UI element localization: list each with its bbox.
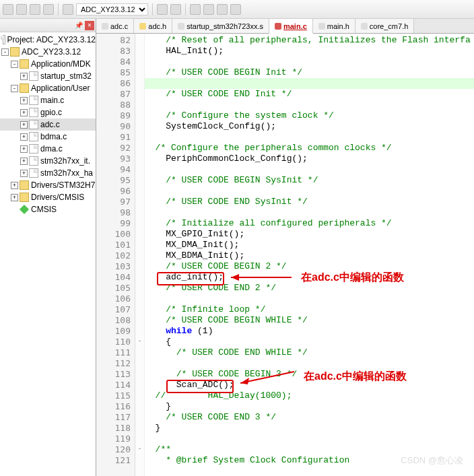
fold-marker[interactable] xyxy=(135,46,144,57)
fold-marker[interactable] xyxy=(135,401,144,412)
tab-startup_stm32h723xx-s[interactable]: startup_stm32h723xx.s xyxy=(172,19,269,33)
fold-marker[interactable] xyxy=(135,110,144,121)
fold-marker[interactable] xyxy=(135,304,144,315)
code-line[interactable]: MX_DMA_Init(); xyxy=(145,240,474,250)
code-line[interactable]: /* Initialize all configured peripherals… xyxy=(145,218,474,229)
load-icon[interactable] xyxy=(63,4,73,15)
expand-icon[interactable]: + xyxy=(20,133,28,141)
code-line[interactable]: MX_BDMA_Init(); xyxy=(145,250,474,261)
tb-icon-9[interactable] xyxy=(203,4,214,15)
fold-marker[interactable] xyxy=(135,240,144,250)
expand-icon[interactable]: + xyxy=(20,145,28,153)
fold-marker[interactable] xyxy=(135,132,144,143)
fold-marker[interactable] xyxy=(135,207,144,218)
fold-marker[interactable] xyxy=(135,261,144,272)
project-tree[interactable]: Project: ADC_XY23.3.12-ADC_XY23.3.12-App… xyxy=(0,32,96,476)
fold-marker[interactable]: - xyxy=(135,444,144,455)
code-line[interactable] xyxy=(145,164,474,175)
fold-marker[interactable] xyxy=(135,294,144,304)
tb-icon-8[interactable] xyxy=(190,4,201,15)
code-line[interactable] xyxy=(145,132,474,143)
code-line[interactable]: /* USER CODE BEGIN Init */ xyxy=(145,67,474,78)
expand-icon[interactable]: + xyxy=(20,97,28,104)
tb-icon-11[interactable] xyxy=(230,4,241,15)
tb-icon-3[interactable] xyxy=(30,4,40,15)
fold-marker[interactable] xyxy=(135,229,144,240)
code-line[interactable]: /** xyxy=(145,444,474,455)
code-line[interactable] xyxy=(145,78,474,89)
tab-adc-c[interactable]: adc.c xyxy=(96,19,134,33)
code-line[interactable] xyxy=(145,294,474,304)
close-icon[interactable]: × xyxy=(85,21,94,30)
code-line[interactable]: /* USER CODE END SysInit */ xyxy=(145,197,474,207)
fold-marker[interactable] xyxy=(135,154,144,164)
fold-marker[interactable] xyxy=(135,67,144,78)
code-line[interactable]: /* USER CODE END 3 */ xyxy=(145,412,474,423)
fold-marker[interactable] xyxy=(135,186,144,197)
tree-item[interactable]: -Application/MDK xyxy=(0,58,96,70)
tab-adc-h[interactable]: adc.h xyxy=(134,19,172,33)
tree-item[interactable]: +Drivers/STM32H7 xyxy=(0,179,96,191)
code-line[interactable]: /* USER CODE END WHILE */ xyxy=(145,347,474,358)
code-line[interactable]: /* USER CODE BEGIN WHILE */ xyxy=(145,315,474,326)
tree-item[interactable]: -Application/User xyxy=(0,82,96,94)
code-line[interactable]: MX_GPIO_Init(); xyxy=(145,229,474,240)
fold-marker[interactable] xyxy=(135,218,144,229)
fold-marker[interactable] xyxy=(135,121,144,132)
expand-icon[interactable]: + xyxy=(20,109,28,116)
fold-marker[interactable] xyxy=(135,89,144,100)
code-line[interactable] xyxy=(145,57,474,67)
fold-marker[interactable] xyxy=(135,326,144,337)
code-line[interactable] xyxy=(145,207,474,218)
fold-marker[interactable] xyxy=(135,369,144,380)
fold-marker[interactable] xyxy=(135,164,144,175)
tree-item[interactable]: +Drivers/CMSIS xyxy=(0,191,96,203)
tree-item[interactable]: +main.c xyxy=(0,94,96,106)
tb-icon-1[interactable] xyxy=(3,4,13,15)
expand-icon[interactable]: - xyxy=(11,85,18,92)
tree-item[interactable]: +adc.c xyxy=(0,118,96,131)
fold-marker[interactable] xyxy=(135,358,144,369)
target-select[interactable]: ADC_XY23.3.12 xyxy=(76,3,148,15)
tree-item[interactable]: +dma.c xyxy=(0,143,96,155)
code-line[interactable]: PeriphCommonClock_Config(); xyxy=(145,154,474,164)
code-line[interactable]: HAL_Init(); xyxy=(145,46,474,57)
expand-icon[interactable]: + xyxy=(20,158,28,165)
tab-core_cm7-h[interactable]: core_cm7.h xyxy=(356,19,414,33)
fold-marker[interactable] xyxy=(135,347,144,358)
expand-icon[interactable]: + xyxy=(11,182,18,189)
fold-marker[interactable] xyxy=(135,35,144,46)
tree-item[interactable]: -ADC_XY23.3.12 xyxy=(0,46,96,58)
tb-icon-10[interactable] xyxy=(217,4,228,15)
tree-item[interactable]: CMSIS xyxy=(0,203,96,215)
code-content[interactable]: /* Reset of all peripherals, Initializes… xyxy=(145,34,474,476)
code-line[interactable]: /* Configure the system clock */ xyxy=(145,110,474,121)
expand-icon[interactable]: + xyxy=(20,170,28,177)
code-editor[interactable]: 8283848586878889909192939495969798991001… xyxy=(96,34,474,476)
pin-icon[interactable]: 📌 xyxy=(74,21,83,30)
expand-icon[interactable]: + xyxy=(11,194,18,201)
fold-marker[interactable] xyxy=(135,175,144,186)
fold-marker[interactable] xyxy=(135,455,144,466)
fold-marker[interactable] xyxy=(135,272,144,283)
code-line[interactable]: /* USER CODE END Init */ xyxy=(145,89,474,100)
tree-item[interactable]: +stm32h7xx_ha xyxy=(0,167,96,179)
tb-icon-6[interactable] xyxy=(157,4,168,15)
tree-item[interactable]: +stm32h7xx_it. xyxy=(0,155,96,167)
tb-icon-2[interactable] xyxy=(16,4,27,15)
code-line[interactable]: while (1) xyxy=(145,326,474,337)
fold-column[interactable]: -- xyxy=(135,34,145,476)
fold-marker[interactable] xyxy=(135,315,144,326)
code-line[interactable]: /* Infinite loop */ xyxy=(145,304,474,315)
fold-marker[interactable] xyxy=(135,143,144,154)
code-line[interactable]: { xyxy=(145,337,474,347)
tree-item[interactable]: +startup_stm32 xyxy=(0,70,96,82)
fold-marker[interactable] xyxy=(135,380,144,390)
fold-marker[interactable] xyxy=(135,197,144,207)
tree-item[interactable]: +gpio.c xyxy=(0,106,96,118)
fold-marker[interactable] xyxy=(135,250,144,261)
fold-marker[interactable] xyxy=(135,423,144,434)
code-line[interactable] xyxy=(145,186,474,197)
code-line[interactable]: } xyxy=(145,423,474,434)
code-line[interactable] xyxy=(145,100,474,110)
